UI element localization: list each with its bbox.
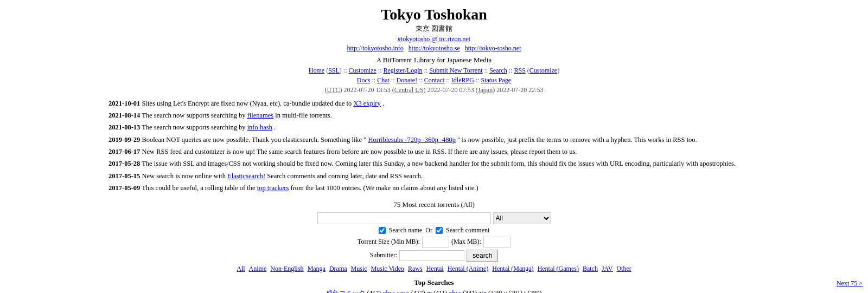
info-hash-link[interactable]: info hash: [247, 123, 272, 131]
japan-link[interactable]: Japan: [478, 86, 493, 94]
ts-成年コミック[interactable]: 成年コミック: [326, 289, 365, 293]
search-name-label: Search name: [389, 226, 423, 235]
next-page-link[interactable]: Next 75 >: [837, 279, 863, 287]
nav-customize-2[interactable]: Customize: [529, 67, 557, 74]
irc-link[interactable]: #tokyotosho @ irc.rizon.net: [398, 35, 470, 43]
news-item-4: 2019-09-29 Boolean NOT queries are now p…: [108, 135, 760, 145]
x3-expiry-link[interactable]: X3 expiry: [353, 100, 380, 107]
nav-links-row1: Home (SSL) :: Customize :: Register/Logi…: [11, 67, 857, 75]
tagline: A BitTorrent Library for Japanese Media: [11, 56, 857, 64]
site-title: Tokyo Toshokan: [11, 5, 857, 24]
submitter-input[interactable]: [399, 250, 464, 261]
datetime-line: (UTC) 2022-07-20 13:53 (Central US) 2022…: [11, 86, 857, 94]
mirror-link-1[interactable]: http://tokyotosho.info: [347, 44, 403, 52]
filter-drama[interactable]: Drama: [329, 265, 347, 272]
filter-links: All Anime Non-English Manga Drama Music …: [11, 265, 857, 273]
nav-status-page[interactable]: Status Page: [481, 76, 512, 84]
filenames-link[interactable]: filenames: [247, 112, 274, 119]
size-row: Torrent Size (Min MB): (Max MB):: [11, 237, 857, 248]
news-item-6: 2017-05-28 The issue with SSL and images…: [108, 159, 760, 169]
filter-hentai-games[interactable]: Hentai (Games): [538, 265, 579, 272]
site-subtitle: 東京 図書館: [11, 24, 857, 34]
elasticsearch-link[interactable]: Elasticsearch!: [227, 172, 265, 180]
news-item-2: 2021-08-14 The search now supports searc…: [108, 110, 760, 121]
mirror-link-3[interactable]: http://tokyo-tosho.net: [465, 44, 521, 52]
nav-search[interactable]: Search: [489, 67, 507, 74]
news-item-8: 2017-05-09 This could be useful, a rolli…: [108, 183, 760, 193]
horriblesubs-example-link[interactable]: Horriblesubs -720p -360p -480p: [368, 136, 456, 144]
nav-register-login[interactable]: Register/Login: [384, 67, 423, 74]
filter-other[interactable]: Other: [616, 265, 631, 272]
ts-t[interactable]: t: [524, 289, 526, 293]
filter-raws[interactable]: Raws: [408, 265, 423, 272]
search-name-checkbox[interactable]: [379, 227, 386, 234]
submitter-label: Submitter:: [370, 251, 398, 259]
ts-c[interactable]: c: [504, 289, 507, 293]
central-us-link[interactable]: Central US: [394, 86, 424, 94]
nav-links-row2: Docs :: Chat :: Donate! :: Contact :: Id…: [11, 76, 857, 84]
filter-manga[interactable]: Manga: [308, 265, 326, 272]
nav-customize-1[interactable]: Customize: [349, 67, 376, 74]
filter-all[interactable]: All: [237, 265, 245, 272]
filter-music-video[interactable]: Music Video: [371, 265, 404, 272]
filter-hentai-manga[interactable]: Hentai (Manga): [492, 265, 533, 272]
news-item-3: 2021-08-13 The search now supports searc…: [108, 122, 760, 133]
max-mb-input[interactable]: [483, 237, 510, 248]
news-item-5: 2017-06-17 New RSS feed and customizer i…: [108, 147, 760, 157]
filter-hentai-anime[interactable]: Hentai (Anime): [448, 265, 489, 272]
nav-ssl[interactable]: SSL: [328, 67, 340, 74]
min-mb-label: Torrent Size (Min MB):: [358, 238, 420, 246]
ts-ohys[interactable]: ohys: [449, 289, 462, 293]
top-searches-section: Top Searches 成年コミック (457) ohys-raws (427…: [11, 278, 857, 293]
nav-contact[interactable]: Contact: [424, 76, 444, 84]
category-select[interactable]: All Anime Non-English Manga Drama Music …: [493, 212, 551, 224]
top-searches-title: Top Searches: [11, 278, 857, 287]
ts-m[interactable]: m: [427, 289, 432, 293]
news-section: 2021-10-01 Sites using Let's Encrypt are…: [108, 99, 760, 194]
news-item-7: 2017-05-15 New search is now online with…: [108, 171, 760, 181]
search-input-main[interactable]: [317, 212, 491, 224]
max-mb-label: (Max MB):: [451, 238, 481, 246]
filter-music[interactable]: Music: [351, 265, 367, 272]
nav-rss[interactable]: RSS: [514, 67, 525, 74]
next-page: Next 75 >: [837, 279, 863, 288]
search-main-row: All Anime Non-English Manga Drama Music …: [11, 212, 857, 224]
top-trackers-link[interactable]: top trackers: [257, 184, 289, 192]
nav-submit-torrent[interactable]: Submit New Torrent: [429, 67, 482, 74]
datetime-utc: 2022-07-20 13:53 (: [344, 86, 394, 94]
mirror-links: http://tokyotosho.info http://tokyotosho…: [11, 44, 857, 53]
news-item-1: 2021-10-01 Sites using Let's Encrypt are…: [108, 99, 760, 109]
search-section: 75 Most recent torrents (All) All Anime …: [11, 200, 857, 273]
header: Tokyo Toshokan 東京 図書館 #tokyotosho @ irc.…: [11, 5, 857, 94]
mirror-link-2[interactable]: http://tokyotosho.se: [409, 44, 460, 52]
filter-jav[interactable]: JAV: [602, 265, 612, 272]
ts-ohys-raws-1[interactable]: ohys-raws: [382, 289, 409, 293]
utc-link[interactable]: UTC: [327, 86, 340, 94]
nav-donate[interactable]: Donate!: [397, 76, 418, 84]
nav-chat[interactable]: Chat: [377, 76, 390, 84]
filter-anime[interactable]: Anime: [249, 265, 267, 272]
search-comment-checkbox[interactable]: [436, 227, 443, 234]
min-mb-input[interactable]: [422, 237, 449, 248]
checkbox-row: Search name Or Search comment: [11, 226, 857, 235]
nav-docs[interactable]: Docs: [357, 76, 371, 84]
filter-hentai[interactable]: Hentai: [426, 265, 444, 272]
filter-batch[interactable]: Batch: [583, 265, 598, 272]
submitter-row: Submitter: search: [11, 250, 857, 262]
filter-non-english[interactable]: Non-English: [270, 265, 303, 272]
search-section-title: 75 Most recent torrents (All): [11, 200, 857, 209]
nav-home[interactable]: Home: [309, 67, 324, 74]
nav-idlerpg[interactable]: IdleRPG: [451, 76, 474, 84]
ts-zip[interactable]: zip: [478, 289, 487, 293]
search-button[interactable]: search: [467, 250, 498, 262]
irc-line: #tokyotosho @ irc.rizon.net: [11, 35, 857, 43]
top-searches-line1: 成年コミック (457) ohys-raws (427) m (411) ohy…: [11, 289, 857, 293]
search-comment-label: Search comment: [446, 226, 489, 235]
